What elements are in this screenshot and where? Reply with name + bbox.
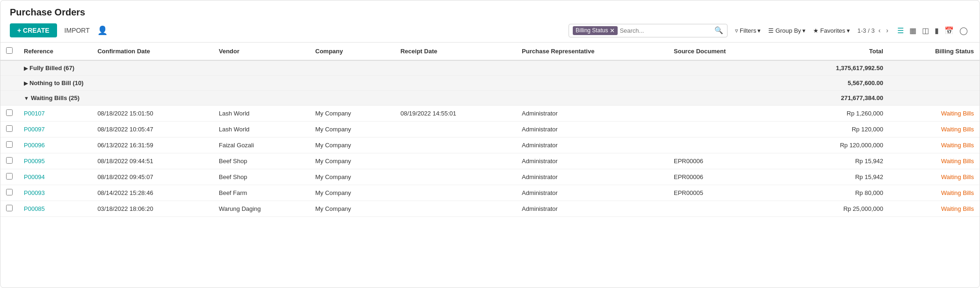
row-checkbox[interactable] <box>6 141 13 148</box>
cell-reference[interactable]: P00107 <box>18 106 92 122</box>
cell-reference[interactable]: P00095 <box>18 153 92 169</box>
cell-source-doc: EPR00006 <box>668 169 783 185</box>
groupby-button[interactable]: ☰ Group By ▾ <box>765 25 808 36</box>
cell-reference[interactable]: P00096 <box>18 137 92 153</box>
group-total: 1,375,617,992.50 <box>783 60 889 76</box>
table-row[interactable]: P00107 08/18/2022 15:01:50 Lash World My… <box>0 106 980 122</box>
group-label[interactable]: ▼Waiting Bills (25) <box>18 91 783 106</box>
clock-view-button[interactable]: ◯ <box>957 25 970 36</box>
col-total: Total <box>783 43 889 60</box>
cell-vendor: Beef Shop <box>213 169 310 185</box>
row-checkbox-col[interactable] <box>0 185 18 201</box>
cell-receipt-date <box>395 153 516 169</box>
table-row[interactable]: P00093 08/14/2022 15:28:46 Beef Farm My … <box>0 185 980 201</box>
row-checkbox-col[interactable] <box>0 153 18 169</box>
row-checkbox-col[interactable] <box>0 122 18 137</box>
group-row[interactable]: ▼Waiting Bills (25) 271,677,384.00 <box>0 91 980 106</box>
search-input[interactable] <box>620 27 714 34</box>
row-checkbox-col[interactable] <box>0 137 18 153</box>
row-checkbox-col[interactable] <box>0 201 18 217</box>
table-row[interactable]: P00096 06/13/2022 16:31:59 Faizal Gozali… <box>0 137 980 153</box>
person-icon[interactable]: 👤 <box>97 25 108 36</box>
cell-confirmation-date: 08/18/2022 15:01:50 <box>92 106 213 122</box>
favorites-button[interactable]: ★ Favorites ▾ <box>810 25 852 36</box>
cell-receipt-date <box>395 169 516 185</box>
cell-purchase-rep: Administrator <box>516 106 668 122</box>
cell-confirmation-date: 08/18/2022 09:45:07 <box>92 169 213 185</box>
cell-total: Rp 1,260,000 <box>783 106 889 122</box>
billing-status-filter-tag: Billing Status ✕ <box>573 26 618 35</box>
cell-total: Rp 80,000 <box>783 185 889 201</box>
col-source-doc: Source Document <box>668 43 783 60</box>
filter-tag-label: Billing Status <box>576 27 608 34</box>
filter-icon: ▿ <box>735 27 738 34</box>
row-checkbox[interactable] <box>6 189 13 195</box>
cell-source-doc <box>668 122 783 137</box>
cell-source-doc <box>668 201 783 217</box>
cell-billing-status: Waiting Bills <box>889 169 980 185</box>
cell-source-doc <box>668 137 783 153</box>
cell-vendor: Beef Farm <box>213 185 310 201</box>
grid-view-button[interactable]: ◫ <box>920 25 931 36</box>
table-row[interactable]: P00085 03/18/2022 18:06:20 Warung Daging… <box>0 201 980 217</box>
calendar-view-button[interactable]: 📅 <box>942 25 956 36</box>
row-checkbox[interactable] <box>6 157 13 164</box>
pagination-text: 1-3 / 3 <box>858 27 875 34</box>
cell-billing-status: Waiting Bills <box>889 185 980 201</box>
cell-company: My Company <box>310 122 395 137</box>
cell-total: Rp 25,000,000 <box>783 201 889 217</box>
import-button[interactable]: IMPORT <box>65 27 90 34</box>
pagination-prev-button[interactable]: ‹ <box>877 26 883 35</box>
row-checkbox[interactable] <box>6 173 13 180</box>
select-all-header[interactable] <box>0 43 18 60</box>
filters-button[interactable]: ▿ Filters ▾ <box>732 25 764 36</box>
cell-vendor: Lash World <box>213 122 310 137</box>
cell-company: My Company <box>310 169 395 185</box>
group-row[interactable]: ▶Fully Billed (67) 1,375,617,992.50 <box>0 60 980 76</box>
cell-total: Rp 15,942 <box>783 169 889 185</box>
cell-confirmation-date: 08/18/2022 09:44:51 <box>92 153 213 169</box>
cell-billing-status: Waiting Bills <box>889 201 980 217</box>
cell-reference[interactable]: P00093 <box>18 185 92 201</box>
group-checkbox-col <box>0 91 18 106</box>
favorites-chevron-icon: ▾ <box>847 27 850 34</box>
group-chevron-icon: ▼ <box>24 95 29 101</box>
select-all-checkbox[interactable] <box>6 47 13 54</box>
row-checkbox[interactable] <box>6 109 13 116</box>
create-button[interactable]: + CREATE <box>10 23 57 37</box>
favorites-label: Favorites <box>820 27 845 34</box>
cell-confirmation-date: 08/18/2022 10:05:47 <box>92 122 213 137</box>
cell-company: My Company <box>310 153 395 169</box>
cell-reference[interactable]: P00094 <box>18 169 92 185</box>
group-label[interactable]: ▶Nothing to Bill (10) <box>18 76 783 91</box>
list-view-button[interactable]: ☰ <box>895 25 906 36</box>
chart-view-button[interactable]: ▮ <box>932 25 941 36</box>
cell-company: My Company <box>310 185 395 201</box>
group-row[interactable]: ▶Nothing to Bill (10) 5,567,600.00 <box>0 76 980 91</box>
table-row[interactable]: P00094 08/18/2022 09:45:07 Beef Shop My … <box>0 169 980 185</box>
search-bar: Billing Status ✕ 🔍 <box>569 24 728 37</box>
cell-confirmation-date: 03/18/2022 18:06:20 <box>92 201 213 217</box>
cell-reference[interactable]: P00085 <box>18 201 92 217</box>
cell-reference[interactable]: P00097 <box>18 122 92 137</box>
row-checkbox-col[interactable] <box>0 169 18 185</box>
pagination-next-button[interactable]: › <box>884 26 890 35</box>
group-checkbox-col <box>0 60 18 76</box>
group-label[interactable]: ▶Fully Billed (67) <box>18 60 783 76</box>
col-reference: Reference <box>18 43 92 60</box>
kanban-view-button[interactable]: ▦ <box>907 25 919 36</box>
purchase-orders-table: Reference Confirmation Date Vendor Compa… <box>0 43 980 217</box>
star-icon: ★ <box>813 27 819 34</box>
row-checkbox[interactable] <box>6 205 13 211</box>
cell-total: Rp 15,942 <box>783 153 889 169</box>
view-icons: ☰ ▦ ◫ ▮ 📅 ◯ <box>895 25 970 36</box>
filters-label: Filters <box>740 27 756 34</box>
row-checkbox[interactable] <box>6 125 13 132</box>
search-icon[interactable]: 🔍 <box>714 26 723 35</box>
filter-tag-close-icon[interactable]: ✕ <box>610 27 615 34</box>
groupby-label: Group By <box>775 27 801 34</box>
table-row[interactable]: P00097 08/18/2022 10:05:47 Lash World My… <box>0 122 980 137</box>
cell-total: Rp 120,000 <box>783 122 889 137</box>
row-checkbox-col[interactable] <box>0 106 18 122</box>
table-row[interactable]: P00095 08/18/2022 09:44:51 Beef Shop My … <box>0 153 980 169</box>
